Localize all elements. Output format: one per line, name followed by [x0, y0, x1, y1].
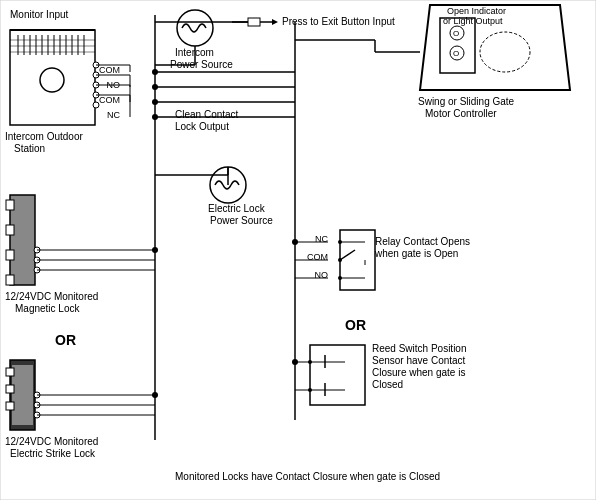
svg-point-118	[152, 114, 158, 120]
svg-rect-88	[310, 345, 365, 405]
svg-text:Power Source: Power Source	[210, 215, 273, 226]
svg-point-117	[152, 99, 158, 105]
svg-text:Monitor Input: Monitor Input	[10, 9, 69, 20]
svg-point-83	[338, 258, 342, 262]
svg-text:12/24VDC Monitored: 12/24VDC Monitored	[5, 436, 98, 447]
svg-text:Open Indicator: Open Indicator	[447, 6, 506, 16]
svg-point-142	[292, 359, 298, 365]
svg-text:O: O	[453, 29, 459, 38]
svg-rect-58	[6, 402, 14, 410]
svg-rect-34	[248, 18, 260, 26]
svg-text:O: O	[453, 49, 459, 58]
svg-rect-56	[6, 368, 14, 376]
svg-text:Magnetic Lock: Magnetic Lock	[15, 303, 80, 314]
svg-point-141	[292, 239, 298, 245]
wiring-diagram: Monitor Input Intercom Outdoor Station C…	[0, 0, 596, 500]
svg-point-84	[338, 276, 342, 280]
svg-text:Relay Contact Opens: Relay Contact Opens	[375, 236, 470, 247]
svg-text:Sensor have Contact: Sensor have Contact	[372, 355, 466, 366]
svg-text:Closed: Closed	[372, 379, 403, 390]
svg-rect-57	[6, 385, 14, 393]
svg-text:Monitored Locks have Contact C: Monitored Locks have Contact Closure whe…	[175, 471, 440, 482]
svg-rect-46	[6, 250, 14, 260]
svg-point-139	[152, 247, 158, 253]
svg-text:Motor Controller: Motor Controller	[425, 108, 497, 119]
svg-text:NC: NC	[107, 110, 120, 120]
svg-point-82	[338, 240, 342, 244]
svg-text:OR: OR	[345, 317, 366, 333]
svg-text:Intercom Outdoor: Intercom Outdoor	[5, 131, 83, 142]
svg-text:Reed Switch Position: Reed Switch Position	[372, 343, 467, 354]
svg-point-18	[40, 68, 64, 92]
svg-text:12/24VDC Monitored: 12/24VDC Monitored	[5, 291, 98, 302]
svg-point-115	[152, 69, 158, 75]
svg-rect-45	[6, 225, 14, 235]
svg-rect-47	[6, 275, 14, 285]
svg-text:Press to Exit Button Input: Press to Exit Button Input	[282, 16, 395, 27]
svg-text:or Light Output: or Light Output	[443, 16, 503, 26]
svg-text:Swing or Sliding Gate: Swing or Sliding Gate	[418, 96, 515, 107]
svg-text:Station: Station	[14, 143, 45, 154]
svg-text:OR: OR	[55, 332, 76, 348]
svg-point-140	[152, 392, 158, 398]
svg-text:when gate is Open: when gate is Open	[374, 248, 458, 259]
svg-text:Closure when gate is: Closure when gate is	[372, 367, 465, 378]
svg-rect-44	[6, 200, 14, 210]
svg-point-116	[152, 84, 158, 90]
svg-point-69	[480, 32, 530, 72]
svg-rect-74	[340, 230, 375, 290]
svg-rect-55	[12, 365, 33, 425]
svg-text:Clean Contact: Clean Contact	[175, 109, 239, 120]
svg-text:Electric Lock: Electric Lock	[208, 203, 266, 214]
svg-text:Electric Strike Lock: Electric Strike Lock	[10, 448, 96, 459]
svg-text:COM: COM	[99, 65, 120, 75]
svg-text:COM: COM	[99, 95, 120, 105]
svg-text:Lock Output: Lock Output	[175, 121, 229, 132]
